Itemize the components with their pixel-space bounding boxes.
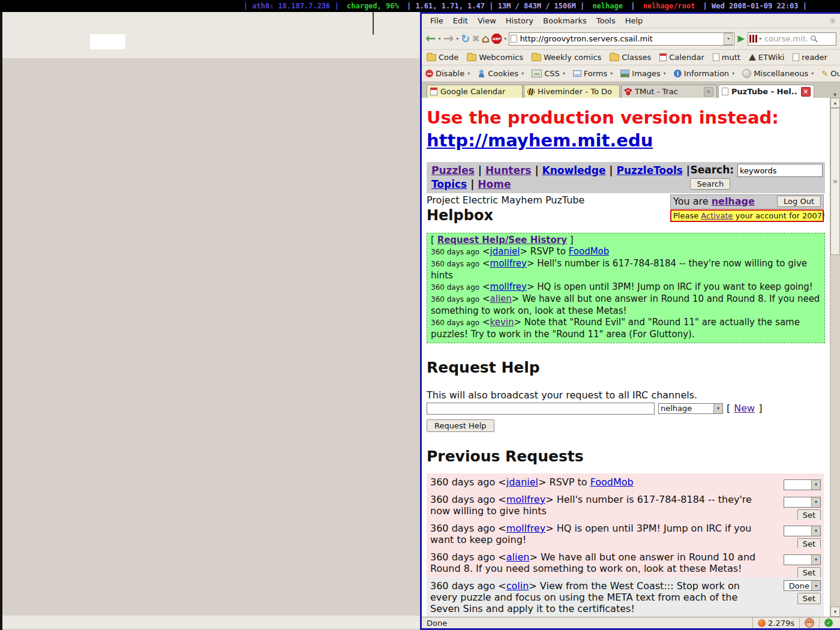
go-icon[interactable]: ▶ [737, 32, 745, 45]
webdev-images[interactable]: Images▾ [620, 69, 667, 78]
webdev-cookies[interactable]: Cookies▾ [478, 69, 524, 78]
url-bar[interactable]: ▾ [509, 32, 734, 46]
menu-tools[interactable]: Tools [592, 15, 620, 26]
nav-knowledge[interactable]: Knowledge [542, 164, 606, 176]
menu-view[interactable]: View [473, 15, 501, 26]
status-select[interactable]: ▾ [784, 497, 821, 508]
angle: < [482, 293, 490, 304]
status-select[interactable]: Done▾ [784, 580, 821, 591]
webdev-label: Information [684, 69, 729, 78]
menu-history[interactable]: History [501, 15, 538, 26]
nav-home[interactable]: Home [478, 178, 511, 190]
activate-link[interactable]: Activate [701, 211, 733, 220]
status-load-memory: | 1.61, 1.71, 1.47 | 13M / 843M / 1506M … [407, 2, 584, 10]
back-icon[interactable]: ← [425, 32, 436, 45]
user-link[interactable]: kevin [490, 317, 514, 328]
request-help-input[interactable] [427, 403, 655, 415]
forward-icon[interactable]: → [443, 32, 454, 45]
user-link[interactable]: alien [490, 293, 512, 304]
webdev-forms[interactable]: Forms▾ [573, 69, 614, 78]
status-select[interactable]: ▾ [784, 479, 821, 490]
request-history-link[interactable]: Request Help/See History [437, 235, 567, 245]
page-icon [793, 53, 799, 61]
forward-dropdown-icon[interactable]: ▾ [456, 36, 458, 41]
foodmob-link[interactable]: FoodMob [590, 476, 634, 488]
tab-tmut-trac[interactable]: TMut - Trac × [621, 85, 717, 98]
menu-edit[interactable]: Edit [448, 15, 473, 26]
mayhem-link[interactable]: http://mayhem.mit.edu [427, 130, 653, 151]
bookmark-reader[interactable]: reader [793, 53, 827, 62]
username-link[interactable]: nelhage [712, 196, 755, 207]
tab-google-calendar[interactable]: Google Calendar [427, 85, 523, 98]
user-link[interactable]: jdaniel [490, 246, 520, 257]
search-bar[interactable]: ▾ [748, 32, 836, 46]
nav-puzzletools[interactable]: PuzzleTools [617, 164, 683, 176]
logout-button[interactable]: Log Out [777, 196, 821, 207]
adblock-dropdown-icon[interactable]: ▾ [504, 36, 506, 41]
user-link[interactable]: mollfrey [506, 494, 545, 505]
tab-hiveminder[interactable]: Hiveminder - To Do [524, 85, 620, 98]
account-box: You are nelhage Log Out Please Activate … [670, 194, 824, 222]
angle: < [482, 281, 490, 292]
menu-bookmarks[interactable]: Bookmarks [538, 15, 592, 26]
request-help-button[interactable]: Request Help [427, 419, 494, 432]
user-link[interactable]: colin [506, 580, 529, 592]
bookmark-calendar[interactable]: Calendar [659, 53, 704, 62]
menu-help[interactable]: Help [620, 15, 648, 26]
bookmark-etwiki[interactable]: ETWiki [749, 53, 784, 62]
greasemonkey-section[interactable] [799, 617, 819, 628]
set-button[interactable]: Set [797, 593, 821, 604]
webdev-disable[interactable]: Disable▾ [425, 69, 470, 78]
user-link[interactable]: jdaniel [506, 476, 538, 488]
magnifier-icon[interactable] [810, 35, 818, 43]
who-select[interactable]: nelhage ▾ [658, 403, 723, 414]
entry-text: HQ is open until 3PM! Jump on IRC if you… [537, 281, 813, 292]
tab-list-dropdown-icon[interactable]: ▾ [831, 91, 839, 98]
angle: < [482, 258, 490, 269]
foodmob-link[interactable]: FoodMob [569, 246, 610, 257]
nav-topics[interactable]: Topics [431, 178, 467, 190]
nav-puzzles[interactable]: Puzzles [431, 164, 475, 176]
bracket: [ [431, 235, 434, 245]
close-icon[interactable]: × [704, 87, 713, 97]
bookmark-weekly-comics[interactable]: Weekly comics [532, 53, 601, 62]
home-icon[interactable]: ⌂ [482, 32, 490, 45]
web-search-input[interactable] [763, 34, 809, 44]
webdev-information[interactable]: iInformation▾ [674, 69, 735, 78]
webdev-outline[interactable]: ✎Outline [821, 69, 840, 78]
url-input[interactable] [518, 34, 722, 44]
tab-puztube-active[interactable]: PuzTube - Hel... × [718, 85, 814, 98]
status-select[interactable]: ▾ [784, 526, 821, 536]
stop-icon[interactable]: ✖ [472, 32, 479, 45]
bookmark-classes[interactable]: Classes [610, 53, 651, 62]
bookmark-code[interactable]: Code [427, 53, 458, 62]
bookmark-mutt[interactable]: mutt [713, 53, 740, 62]
bookmark-label: Code [439, 53, 458, 62]
search-engine-dropdown-icon[interactable]: ▾ [759, 36, 761, 41]
scroll-down-icon[interactable]: ▾ [830, 607, 840, 617]
user-link[interactable]: mollfrey [506, 523, 545, 534]
url-history-dropdown[interactable]: ▾ [724, 33, 733, 45]
notice-text: Please [673, 211, 698, 220]
adblock-icon[interactable]: ABP [491, 34, 502, 44]
close-icon[interactable]: × [801, 87, 811, 97]
new-who-link[interactable]: New [734, 403, 755, 414]
scroll-up-icon[interactable]: ▴ [830, 98, 840, 108]
nav-hunters[interactable]: Hunters [485, 164, 532, 176]
user-link[interactable]: mollfrey [490, 281, 527, 292]
vertical-scrollbar[interactable]: ▴ ≡ ▾ [830, 98, 840, 617]
menu-file[interactable]: File [425, 15, 448, 26]
site-search-button[interactable]: Search [690, 178, 730, 190]
bookmark-webcomics[interactable]: Webcomics [467, 53, 523, 62]
webdev-css[interactable]: cssCSS▾ [532, 69, 566, 78]
reload-icon[interactable]: ↻ [461, 32, 470, 45]
user-link[interactable]: alien [506, 551, 530, 563]
site-search-input[interactable] [737, 164, 823, 177]
scrollbar-thumb[interactable]: ≡ [830, 108, 840, 255]
webdev-miscellaneous[interactable]: Miscellaneous▾ [742, 69, 814, 78]
webdev-label: CSS [544, 69, 560, 78]
back-dropdown-icon[interactable]: ▾ [439, 36, 441, 41]
status-select[interactable]: ▾ [784, 554, 821, 565]
user-link[interactable]: mollfrey [490, 258, 527, 269]
mit-search-engine-icon[interactable] [749, 35, 757, 43]
